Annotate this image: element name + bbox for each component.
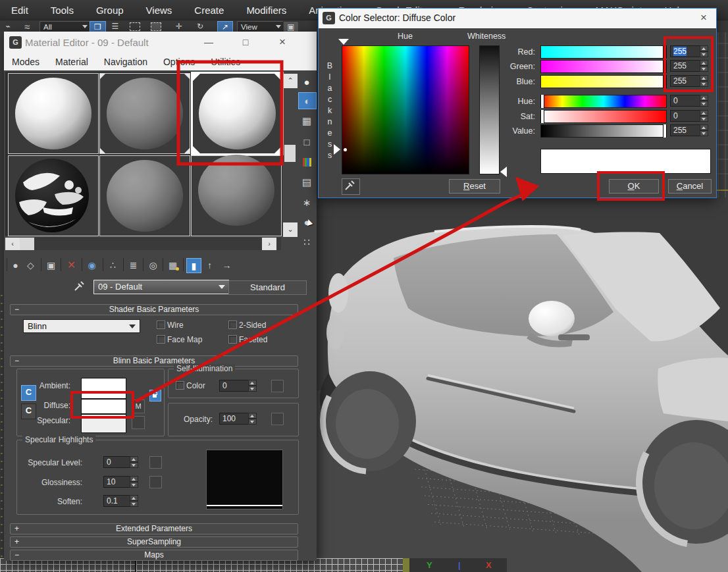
window-crossing-icon[interactable]	[147, 21, 165, 32]
put-to-library-icon[interactable]: ≣	[126, 258, 140, 272]
diffuse-color-swatch[interactable]	[81, 399, 126, 414]
green-slider[interactable]	[540, 60, 667, 73]
menu-modifiers[interactable]: Modifiers	[235, 5, 298, 16]
menu-create[interactable]: Create	[183, 5, 235, 16]
whiteness-marker-triangle[interactable]	[500, 167, 507, 177]
blinn-basic-parameters-rollout[interactable]: − Blinn Basic Parameters	[10, 355, 298, 367]
show-end-result-icon[interactable]: ▮	[186, 258, 201, 273]
blackness-marker-triangle[interactable]	[334, 144, 340, 155]
shader-basic-parameters-rollout[interactable]: − Shader Basic Parameters	[10, 304, 298, 315]
opacity-value-field[interactable]: 100	[219, 413, 249, 425]
value-slider[interactable]	[540, 124, 667, 138]
specular-level-field[interactable]: 0	[103, 456, 131, 468]
red-value-field[interactable]: 255	[670, 45, 701, 57]
sample-slot-1[interactable]	[8, 73, 99, 154]
opacity-spinner[interactable]	[248, 413, 257, 425]
dialog-close-button[interactable]: ×	[696, 11, 711, 24]
go-to-parent-icon[interactable]: ↑	[203, 258, 217, 272]
blue-spinner[interactable]	[700, 75, 708, 87]
hue-marker-triangle[interactable]	[338, 39, 349, 45]
self-illumination-color-checkbox[interactable]	[176, 381, 184, 390]
mirror-curves-icon[interactable]: ≈	[18, 21, 36, 32]
blue-slider[interactable]	[540, 75, 667, 88]
select-and-move-icon[interactable]: ✛	[171, 21, 187, 32]
sample-uv-tiling-icon[interactable]: □	[298, 134, 315, 149]
sat-slider[interactable]	[540, 110, 667, 123]
specular-level-spinner[interactable]	[130, 456, 138, 468]
soften-field[interactable]: 0.1	[103, 495, 131, 507]
color-eyedropper-button[interactable]	[342, 178, 360, 195]
red-spinner[interactable]	[700, 45, 708, 57]
menu-views[interactable]: Views	[135, 5, 184, 16]
select-and-rotate-icon[interactable]: ↻	[192, 21, 208, 32]
options-icon[interactable]: ∗	[298, 195, 315, 211]
sample-slot-2[interactable]	[99, 73, 190, 154]
reference-coordinate-dropdown[interactable]: View	[237, 21, 284, 32]
sample-type-icon[interactable]: ●	[298, 74, 315, 90]
opacity-map-button[interactable]	[271, 413, 284, 425]
menu-options[interactable]: Options	[155, 57, 203, 67]
sample-slot-6[interactable]	[191, 155, 282, 236]
cancel-button[interactable]: Cancel	[668, 179, 712, 194]
close-button[interactable]: ×	[275, 36, 290, 49]
slots-scroll-right-button[interactable]: ›	[262, 238, 276, 250]
shader-combo[interactable]: Blinn	[23, 319, 140, 333]
material-name-dropdown[interactable]: 09 - Default	[93, 280, 229, 294]
red-slider[interactable]	[540, 45, 667, 59]
sample-slot-5[interactable]	[99, 155, 190, 236]
green-value-field[interactable]: 255	[670, 60, 701, 72]
glossiness-map-button[interactable]	[149, 476, 162, 488]
lock-color-button[interactable]	[149, 390, 161, 402]
hue-spinner[interactable]	[700, 95, 708, 107]
ambient-color-swatch[interactable]	[81, 378, 126, 399]
self-illumination-map-button[interactable]	[271, 380, 284, 392]
blue-value-field[interactable]: 255	[670, 75, 701, 87]
sat-spinner[interactable]	[700, 110, 708, 122]
green-spinner[interactable]	[700, 60, 708, 72]
reset-button[interactable]: Reset	[449, 179, 500, 194]
slots-horizontal-scroll-thumb[interactable]	[20, 238, 34, 250]
material-editor-titlebar[interactable]: G Material Editor - 09 - Default — □ ×	[4, 32, 317, 53]
specular-map-button[interactable]	[132, 416, 145, 429]
sat-value-field[interactable]: 0	[670, 110, 701, 122]
slots-scroll-left-button[interactable]: ‹	[5, 238, 20, 250]
maps-rollout[interactable]: − Maps	[10, 550, 298, 561]
hue-blackness-picker[interactable]	[342, 45, 469, 174]
assign-material-to-selection-icon[interactable]: ▣	[44, 258, 58, 272]
material-map-navigator-icon[interactable]: ∷	[298, 234, 315, 250]
slots-vertical-scroll-thumb[interactable]	[284, 145, 296, 162]
menu-edit[interactable]: Edit	[0, 5, 39, 16]
menu-group[interactable]: Group	[85, 5, 135, 16]
put-material-to-scene-icon[interactable]: ◇	[24, 258, 38, 272]
menu-modes[interactable]: Modes	[4, 57, 47, 67]
menu-navigation[interactable]: Navigation	[96, 57, 155, 67]
make-unique-icon[interactable]: ∴	[106, 258, 120, 272]
get-material-icon[interactable]: ●	[9, 258, 22, 272]
extended-parameters-rollout[interactable]: + Extended Parameters	[10, 523, 298, 534]
selection-filter-dropdown[interactable]: All	[39, 21, 90, 32]
slots-scroll-down-button[interactable]: ⌄	[283, 222, 298, 237]
slots-scroll-up-button[interactable]: ⌃	[283, 74, 298, 88]
show-map-in-viewport-icon[interactable]: ▦	[166, 258, 180, 272]
maximize-button[interactable]: □	[238, 36, 253, 49]
specular-level-map-button[interactable]	[149, 456, 162, 469]
self-illumination-value-field[interactable]: 0	[219, 380, 249, 392]
material-type-button[interactable]: Standard	[228, 280, 307, 295]
reset-map-icon[interactable]: ✕	[65, 258, 78, 272]
supersampling-rollout[interactable]: + SuperSampling	[10, 536, 298, 548]
link-icon[interactable]: ⌁	[1, 21, 14, 32]
ok-button[interactable]: OK	[609, 179, 659, 194]
go-forward-to-sibling-icon[interactable]: →	[220, 258, 234, 272]
soften-spinner[interactable]	[130, 495, 138, 507]
value-spinner[interactable]	[700, 124, 708, 136]
hue-value-field[interactable]: 0	[670, 95, 701, 107]
backlight-icon[interactable]: ◐	[298, 92, 317, 109]
self-illumination-spinner[interactable]	[248, 380, 257, 392]
sample-slot-3-selected[interactable]	[191, 72, 284, 155]
sample-slot-4[interactable]	[8, 155, 99, 236]
generate-preview-icon[interactable]: ▤	[298, 174, 315, 190]
color-selector-titlebar[interactable]: G Color Selector: Diffuse Color ×	[319, 9, 716, 28]
diffuse-map-button[interactable]: M	[132, 400, 145, 413]
background-icon[interactable]: ▦	[298, 113, 315, 129]
video-color-check-icon[interactable]	[298, 154, 315, 170]
